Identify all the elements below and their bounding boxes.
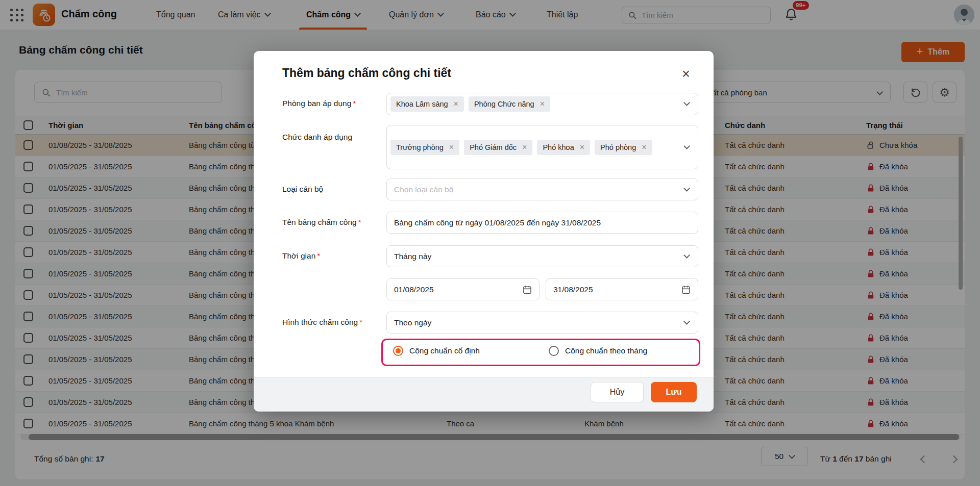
chevron-down-icon	[683, 143, 690, 149]
ten-bang-value: Bảng chấm công từ ngày 01/08/2025 đến ng…	[394, 218, 601, 227]
hinh-thuc-select[interactable]: Theo ngày	[386, 312, 698, 334]
label-thoi-gian: Thời gian*	[282, 251, 383, 261]
calendar-icon	[522, 285, 532, 295]
loai-can-bo-placeholder: Chọn loại cán bộ	[394, 185, 453, 194]
chevron-down-icon	[683, 185, 690, 192]
add-timesheet-modal: Thêm bảng chấm công chi tiết × Phòng ban…	[254, 51, 714, 412]
tag-label: Khoa Lâm sàng	[396, 100, 448, 108]
ten-bang-input[interactable]: Bảng chấm công từ ngày 01/08/2025 đến ng…	[386, 212, 698, 234]
hinh-thuc-value: Theo ngày	[394, 318, 431, 327]
tag-label: Trưởng phòng	[396, 143, 444, 151]
radio-icon	[549, 346, 559, 356]
radio-option[interactable]: Công chuẩn cố định	[393, 346, 480, 356]
tag-remove-icon[interactable]: ×	[454, 100, 458, 108]
date-to-value: 31/08/2025	[553, 285, 593, 294]
loai-can-bo-select[interactable]: Chọn loại cán bộ	[386, 178, 698, 200]
date-from-input[interactable]: 01/08/2025	[386, 278, 540, 300]
radio-label: Công chuẩn theo tháng	[565, 346, 647, 355]
tag-label: Phó khoa	[543, 143, 574, 151]
modal-footer: Hủy Lưu	[254, 377, 714, 412]
tag-remove-icon[interactable]: ×	[642, 143, 646, 151]
label-phong-ban: Phòng ban áp dụng*	[282, 99, 383, 108]
chevron-down-icon	[683, 252, 690, 259]
modal-title: Thêm bảng chấm công chi tiết	[282, 66, 451, 80]
label-ten-bang: Tên bảng chấm công*	[282, 218, 383, 227]
date-from-value: 01/08/2025	[394, 285, 434, 294]
selected-tag: Phó khoa×	[537, 140, 590, 155]
selected-tag: Khoa Lâm sàng×	[390, 96, 464, 112]
thoi-gian-select[interactable]: Tháng này	[386, 245, 698, 267]
label-chuc-danh: Chức danh áp dụng	[282, 133, 383, 142]
chuc-danh-multiselect[interactable]: Trưởng phòng×Phó Giám đốc×Phó khoa×Phó p…	[386, 125, 698, 169]
tag-remove-icon[interactable]: ×	[449, 143, 454, 151]
tag-label: Phó Giám đốc	[470, 143, 517, 151]
selected-tag: Phó Giám đốc×	[464, 140, 532, 155]
selected-tag: Phó phòng×	[595, 140, 652, 155]
tag-remove-icon[interactable]: ×	[540, 100, 545, 108]
cancel-button[interactable]: Hủy	[591, 382, 644, 402]
selected-tag: Trưởng phòng×	[390, 140, 459, 155]
chevron-down-icon	[683, 318, 690, 325]
radio-option[interactable]: Công chuẩn theo tháng	[549, 346, 647, 356]
phong-ban-multiselect[interactable]: Khoa Lâm sàng×Phòng Chức năng×	[386, 93, 698, 115]
tag-remove-icon[interactable]: ×	[580, 143, 584, 151]
radio-label: Công chuẩn cố định	[409, 346, 480, 355]
tag-remove-icon[interactable]: ×	[522, 143, 527, 151]
date-to-input[interactable]: 31/08/2025	[546, 278, 698, 300]
save-button[interactable]: Lưu	[651, 382, 697, 402]
tag-label: Phó phòng	[600, 143, 636, 151]
thoi-gian-value: Tháng này	[394, 252, 431, 261]
label-hinh-thuc: Hình thức chấm công*	[282, 318, 383, 327]
chevron-down-icon	[683, 99, 690, 106]
selected-tag: Phòng Chức năng×	[469, 96, 550, 112]
calendar-icon	[681, 285, 691, 295]
label-loai-can-bo: Loại cán bộ	[282, 185, 383, 194]
close-icon[interactable]: ×	[677, 65, 695, 83]
app-screen: Chấm công Tổng quanCa làm việcChấm côngQ…	[0, 0, 980, 486]
tag-label: Phòng Chức năng	[474, 100, 534, 108]
radio-icon	[393, 346, 403, 356]
